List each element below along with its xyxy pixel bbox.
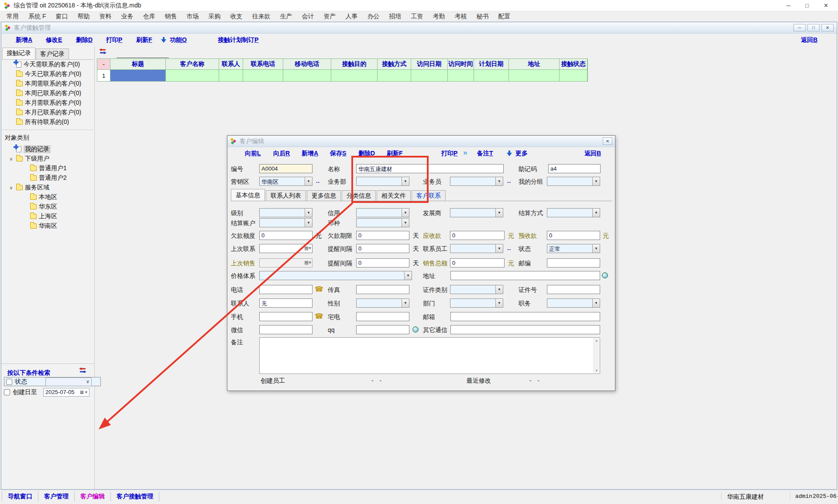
maximize-icon[interactable]: □ xyxy=(805,2,809,9)
email-field[interactable] xyxy=(450,312,600,321)
chevron-right-icon[interactable]: » xyxy=(463,148,467,157)
phone-dial-icon[interactable]: ☎ xyxy=(315,285,323,293)
tree-item[interactable]: 所有待联系的(0) xyxy=(2,117,81,127)
lookup-button[interactable]: .. xyxy=(316,178,320,184)
scrollbar[interactable]: ▲▼ xyxy=(594,338,599,373)
swap-arrows-icon[interactable] xyxy=(99,48,106,55)
remind-gap-field[interactable]: 0 xyxy=(356,244,409,253)
remark-textarea[interactable]: ▲▼ xyxy=(259,337,600,374)
dropdown-icon[interactable]: ▼ xyxy=(592,299,600,307)
tree-item[interactable]: 今天已联系的客户(0) xyxy=(2,69,81,79)
menu-item[interactable]: 帮助 xyxy=(72,12,94,21)
tree-item[interactable]: 本月需联系的客户(0) xyxy=(2,98,81,108)
debt-limit-field[interactable]: 0 xyxy=(259,231,313,240)
my-group-select[interactable]: ▼ xyxy=(547,177,600,186)
contact-staff-select[interactable]: ▼ xyxy=(450,244,503,253)
department-select[interactable]: ▼ xyxy=(450,298,503,308)
dialog-close-icon[interactable]: ✕ xyxy=(603,137,612,145)
grid-header-cell[interactable]: 联系人 xyxy=(219,59,243,70)
dropdown-icon[interactable]: ▼ xyxy=(495,177,503,185)
qq-globe-icon[interactable] xyxy=(412,326,419,333)
swap-arrows-icon[interactable] xyxy=(79,367,86,374)
settle-account-select[interactable]: ▼ xyxy=(259,218,313,227)
note-button[interactable]: 备注T xyxy=(477,150,493,158)
child-close-icon[interactable]: ✕ xyxy=(821,24,834,31)
price-system-select[interactable]: ▼ xyxy=(259,271,412,280)
wechat-field[interactable] xyxy=(259,325,313,334)
add-button[interactable]: 新增A xyxy=(16,36,32,44)
menu-item[interactable]: 销售 xyxy=(160,12,182,21)
grid-cell[interactable] xyxy=(411,70,448,81)
save-button[interactable]: 保存S xyxy=(330,150,346,158)
add-button[interactable]: 新增A xyxy=(302,150,318,158)
tree-item[interactable]: 普通用户1 xyxy=(2,164,67,173)
currency-select[interactable]: ▼ xyxy=(356,218,409,227)
contact-plan-button[interactable]: 接触计划制订P xyxy=(218,36,258,44)
dropdown-icon[interactable]: ▼ xyxy=(305,209,312,217)
zip-field[interactable] xyxy=(547,258,600,267)
developer-select[interactable]: ▼ xyxy=(450,208,503,217)
last-contact-date[interactable] xyxy=(259,244,313,253)
menu-item[interactable]: 人事 xyxy=(340,12,362,21)
home-phone-field[interactable] xyxy=(356,312,409,321)
dropdown-icon[interactable]: ▼ xyxy=(402,177,409,185)
menu-item[interactable]: 收支 xyxy=(225,12,247,21)
search-condition-field[interactable] xyxy=(45,377,92,386)
credit-select[interactable]: ▼ xyxy=(356,208,409,217)
tree-item[interactable]: 我的记录 xyxy=(2,144,67,154)
grid-header-cell[interactable]: 联系电话 xyxy=(243,59,283,70)
checkbox[interactable] xyxy=(4,389,10,395)
grid-cell[interactable] xyxy=(448,70,474,81)
menu-item[interactable]: 资料 xyxy=(94,12,116,21)
job-title-select[interactable]: ▼ xyxy=(547,298,600,308)
tree-item[interactable]: 本周已联系的客户(0) xyxy=(2,89,81,98)
tree-item[interactable]: ∨ 服务区域 xyxy=(2,183,67,192)
dialog-tab[interactable]: 基本信息 xyxy=(231,189,265,201)
region-select[interactable]: 华南区▼ xyxy=(259,177,313,186)
dialog-tab[interactable]: 分类信息 xyxy=(342,190,376,201)
grid-cell[interactable] xyxy=(378,70,411,81)
dialog-tab[interactable]: 联系人列表 xyxy=(266,190,306,201)
dropdown-icon[interactable]: ▼ xyxy=(305,177,312,185)
grid-header-cell[interactable]: 接触目的 xyxy=(331,59,378,70)
menu-item[interactable]: 业务 xyxy=(116,12,138,21)
grid-cell[interactable] xyxy=(243,70,283,81)
last-sale-date[interactable] xyxy=(259,258,313,267)
tree-item[interactable]: 华东区 xyxy=(2,202,67,212)
dropdown-icon[interactable]: ▼ xyxy=(592,244,600,253)
tab-contact-records[interactable]: 接触记录 xyxy=(2,48,35,59)
menu-item[interactable]: 考核 xyxy=(450,12,471,21)
grid-header-cell[interactable]: 访问时间 xyxy=(448,59,474,70)
taskbar-item[interactable]: 导航窗口 xyxy=(2,492,38,501)
delete-button[interactable]: 删除D xyxy=(76,36,93,44)
code-field[interactable]: A0004 xyxy=(259,164,313,173)
other-comm-field[interactable] xyxy=(450,325,600,334)
child-restore-icon[interactable]: □ xyxy=(807,24,820,31)
fax-field[interactable] xyxy=(356,285,409,294)
tree-item[interactable]: 本月已联系的客户(0) xyxy=(2,108,81,117)
menu-item[interactable]: 配置 xyxy=(493,12,515,21)
taskbar-item[interactable]: 客户编辑 xyxy=(75,492,111,501)
menu-item[interactable]: 市场 xyxy=(182,12,203,21)
delete-button[interactable]: 删除D xyxy=(358,150,375,158)
scroll-down-icon[interactable]: ▼ xyxy=(595,369,598,373)
id-no-field[interactable] xyxy=(547,285,600,294)
menu-item[interactable]: 采购 xyxy=(203,12,225,21)
tab-customer-records[interactable]: 客户记录 xyxy=(36,48,69,59)
menu-item[interactable]: 往来款 xyxy=(247,12,275,21)
grid-header-cell[interactable]: 移动电话 xyxy=(283,59,331,70)
taskbar-item[interactable]: 客户管理 xyxy=(38,492,75,501)
grid-cell[interactable]: 1 xyxy=(97,70,110,81)
tree-item[interactable]: 本地区 xyxy=(2,192,67,202)
grid-cell[interactable] xyxy=(219,70,243,81)
grid-header-cell[interactable]: 访问日期 xyxy=(411,59,448,70)
salesman-select[interactable]: ▼ xyxy=(450,177,503,186)
calendar-icon[interactable] xyxy=(304,245,311,251)
grid-cell[interactable] xyxy=(283,70,331,81)
menu-item[interactable]: 生产 xyxy=(275,12,297,21)
menu-item[interactable]: 考勤 xyxy=(428,12,450,21)
phone-field[interactable] xyxy=(259,285,313,294)
grid-header-cell[interactable]: 标题 xyxy=(110,59,166,70)
function-button[interactable]: 功能O xyxy=(170,36,187,44)
tree-item[interactable]: 华南区 xyxy=(2,221,67,231)
